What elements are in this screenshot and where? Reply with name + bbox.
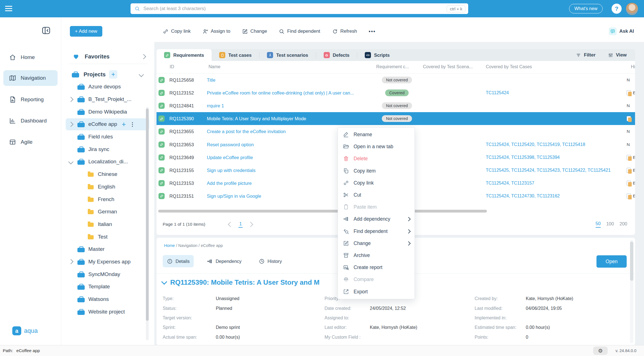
table-row[interactable]: RQ1123152 Private eCoffee room for onlin… <box>157 86 635 99</box>
menu-item-rename[interactable]: Rename <box>338 129 415 141</box>
tree-item[interactable]: eCoffee app + ⋮ <box>61 118 154 131</box>
more-actions-button[interactable]: ••• <box>369 29 376 34</box>
requirement-name-link[interactable]: Private eCoffee room for online coffee-d… <box>207 90 354 96</box>
next-page-icon[interactable] <box>248 222 253 227</box>
page-size-200[interactable]: 200 <box>619 221 627 227</box>
chevron-icon[interactable] <box>68 259 73 264</box>
requirement-name-link[interactable]: Reset password option <box>207 142 254 147</box>
covered-by-test-cases-links[interactable]: TC1125424, TC1124730, TC1123162 <box>486 194 560 199</box>
menu-item-export[interactable]: Export <box>338 286 415 298</box>
whats-new-button[interactable]: What's new <box>569 4 603 13</box>
previous-page-icon[interactable] <box>228 222 233 227</box>
search-input[interactable] <box>143 6 447 12</box>
tab-dependency[interactable]: Dependency <box>203 255 246 267</box>
chevron-right-icon[interactable] <box>141 54 146 59</box>
chevron-icon[interactable] <box>68 122 73 127</box>
requirement-name-link[interactable]: Sign up/Sign in via Google <box>207 193 261 199</box>
tree-item[interactable]: Field rules + ⋮ <box>61 131 154 143</box>
menu-item-copy-item[interactable]: Copy item <box>338 165 415 177</box>
menu-item-add-dependency[interactable]: Add dependency <box>338 213 415 225</box>
menu-item-archive[interactable]: Archive <box>338 249 415 261</box>
menu-item-cut[interactable]: Cut <box>338 189 415 201</box>
assign-to-button[interactable]: Assign to <box>202 29 230 34</box>
tree-item[interactable]: Demo Wikipedia + ⋮ <box>61 105 154 118</box>
find-dependent-button[interactable]: Find dependent <box>279 29 320 34</box>
tree-item[interactable]: Website project + ⋮ <box>61 305 154 318</box>
refresh-button[interactable]: Refresh <box>332 29 357 34</box>
tree-item[interactable]: Master + ⋮ <box>61 243 154 256</box>
ask-ai-button[interactable]: Ask AI <box>609 26 634 37</box>
tree-item[interactable]: French + ⋮ <box>61 193 154 206</box>
tree-item[interactable]: Template + ⋮ <box>61 280 154 293</box>
projects-section[interactable]: Projects + <box>61 69 154 80</box>
column-header-hierarchy[interactable]: Hier <box>631 64 635 69</box>
chevron-icon[interactable] <box>68 97 73 102</box>
breadcrumb-navigation[interactable]: Navigation <box>178 243 198 248</box>
chevron-icon[interactable] <box>68 159 73 164</box>
requirement-name-link[interactable]: Update eCoffee profile <box>207 155 253 160</box>
menu-item-paste-item[interactable]: Paste item <box>338 201 415 213</box>
tree-item[interactable]: Watsons + ⋮ <box>61 293 154 306</box>
tree-item[interactable]: B_Test_Projekt_... + ⋮ <box>61 93 154 106</box>
tree-item[interactable]: SyncMOnday + ⋮ <box>61 268 154 280</box>
menu-item-find-dependent[interactable]: Find dependent <box>338 225 415 237</box>
tree-item[interactable]: Azure devops + ⋮ <box>61 81 154 93</box>
requirement-name-link[interactable]: Add the profile picture <box>207 180 252 186</box>
menu-item-change[interactable]: Change <box>338 237 415 249</box>
view-button[interactable]: View <box>608 52 627 58</box>
add-project-button[interactable]: + <box>109 70 117 79</box>
column-header-covered-by-test-scenarios[interactable]: Covered by Test Scena... <box>423 64 473 69</box>
tree-item[interactable]: German + ⋮ <box>61 206 154 218</box>
tree-item[interactable]: English + ⋮ <box>61 181 154 193</box>
menu-item-open-in-new-tab[interactable]: Open in a new tab <box>338 141 415 153</box>
covered-by-test-cases-links[interactable]: TC1125424, TC1125398, TC1125394 <box>486 155 560 160</box>
covered-by-test-cases-links[interactable]: TC1125424 <box>486 90 509 95</box>
tab-requirements[interactable]: Requirements <box>157 49 212 61</box>
requirement-name-link[interactable]: Mobile Tetris: A User Story and Multipla… <box>207 116 306 121</box>
menu-item-copy-link[interactable]: Copy link <box>338 177 415 189</box>
tab-scripts[interactable]: <> Scripts <box>357 49 397 61</box>
tab-history[interactable]: History <box>255 255 286 267</box>
chevron-down-icon[interactable] <box>161 279 167 284</box>
page-size-50[interactable]: 50 <box>596 221 601 228</box>
breadcrumb-ecoffee-app[interactable]: eCoffee app <box>201 243 223 248</box>
table-row[interactable]: RQ1125658 Title Not covered N <box>157 74 635 86</box>
covered-by-test-cases-links[interactable]: TC1125424, TC1123157 <box>486 181 534 186</box>
sidebar-item-dashboard[interactable]: Dashboard <box>3 113 58 129</box>
horizontal-scrollbar[interactable] <box>158 210 487 213</box>
chevron-down-icon[interactable] <box>139 72 144 77</box>
details-scrollbar[interactable] <box>630 240 633 343</box>
help-button[interactable]: ? <box>612 4 622 14</box>
favorites-section[interactable]: Favorites <box>61 51 154 62</box>
breadcrumb-home-link[interactable]: Home <box>164 243 175 248</box>
sidebar-item-agile[interactable]: Agile <box>3 134 58 150</box>
sidebar-item-navigation[interactable]: Navigation <box>3 70 58 86</box>
open-button[interactable]: Open <box>596 255 627 268</box>
table-row[interactable]: RQ1124841 rrquire 1 Not covered N <box>157 99 635 112</box>
requirement-name-link[interactable]: Create a post for the eCoffee invitation <box>207 129 286 134</box>
hamburger-menu-icon[interactable] <box>5 4 13 13</box>
requirement-title-text[interactable]: RQ1125390: Mobile Tetris: A User Story a… <box>170 279 319 286</box>
requirement-name-link[interactable]: Title <box>207 77 216 83</box>
tree-scrollbar[interactable] <box>146 107 149 340</box>
settings-gear-icon[interactable]: ⚙ <box>593 346 608 355</box>
page-size-100[interactable]: 100 <box>606 221 614 227</box>
copy-link-button[interactable]: Copy link <box>163 29 191 34</box>
add-new-button[interactable]: + Add new <box>70 26 102 37</box>
menu-item-delete[interactable]: Delete <box>338 153 415 165</box>
change-button[interactable]: Change <box>242 29 267 34</box>
sidebar-item-reporting[interactable]: Reporting <box>3 92 58 107</box>
sidebar-item-home[interactable]: Home <box>3 49 58 65</box>
tree-item[interactable]: Italian + ⋮ <box>61 218 154 231</box>
column-header-covered-by-test-cases[interactable]: Covered by Test Cases <box>486 64 532 69</box>
tree-item[interactable]: Chinese + ⋮ <box>61 168 154 181</box>
table-row[interactable]: RQ1125390 Mobile Tetris: A User Story an… <box>157 112 635 125</box>
page-number[interactable]: 1 <box>238 221 243 228</box>
tab-details[interactable]: Details <box>163 255 194 267</box>
tree-item[interactable]: My Expenses app + ⋮ <box>61 256 154 268</box>
menu-item-compare[interactable]: Compare <box>338 274 415 286</box>
menu-item-create-report[interactable]: Create report <box>338 261 415 274</box>
column-header-name[interactable]: Name <box>209 64 221 69</box>
tree-item[interactable]: Jira sync + ⋮ <box>61 143 154 155</box>
covered-by-test-cases-links[interactable]: TC1125424, TC1125420, TC1125419, TC11254… <box>486 142 585 147</box>
